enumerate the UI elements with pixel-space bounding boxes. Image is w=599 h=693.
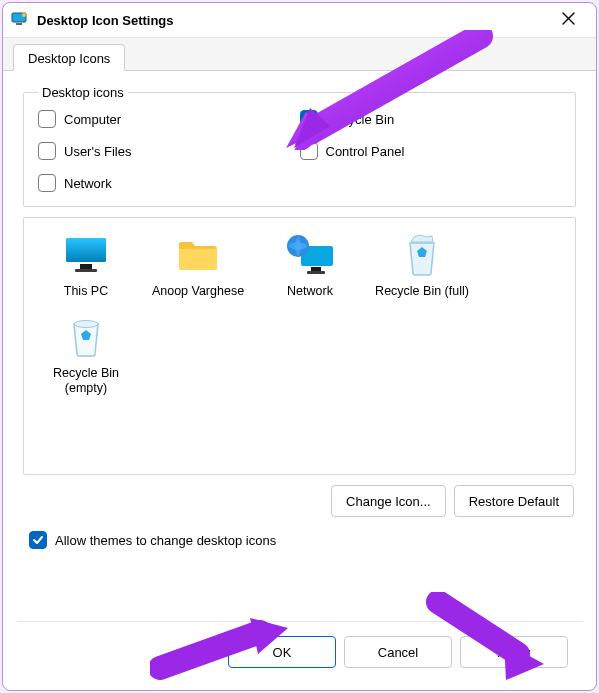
dialog-window: Desktop Icon Settings Desktop Icons Desk…: [2, 2, 597, 691]
content-area: Desktop icons Computer Recycle Bin User'…: [3, 71, 596, 690]
icon-recycle-bin-empty[interactable]: Recycle Bin (empty): [30, 310, 142, 407]
icon-label: Anoop Varghese: [144, 284, 252, 300]
checkbox-network[interactable]: Network: [38, 174, 300, 192]
recycle-full-icon: [403, 233, 441, 280]
ok-button[interactable]: OK: [228, 636, 336, 668]
tab-label: Desktop Icons: [28, 51, 110, 66]
icon-label: Recycle Bin (full): [368, 284, 476, 300]
checkbox-icon: [300, 142, 318, 160]
tab-desktop-icons[interactable]: Desktop Icons: [13, 44, 125, 71]
window-title: Desktop Icon Settings: [37, 13, 548, 28]
checkbox-control-panel[interactable]: Control Panel: [300, 142, 562, 160]
checkbox-users-files[interactable]: User's Files: [38, 142, 300, 160]
icon-this-pc[interactable]: This PC: [30, 228, 142, 310]
folder-icon: [175, 235, 221, 278]
group-legend: Desktop icons: [38, 85, 128, 100]
icon-label: This PC: [32, 284, 140, 300]
close-button[interactable]: [548, 6, 588, 34]
svg-rect-5: [66, 238, 106, 262]
network-icon: [285, 234, 335, 279]
checkbox-icon: [38, 110, 56, 128]
svg-rect-10: [307, 271, 325, 274]
checkbox-label: Control Panel: [326, 144, 405, 159]
tab-bar: Desktop Icons: [3, 37, 596, 71]
apply-button[interactable]: Apply: [460, 636, 568, 668]
change-icon-button[interactable]: Change Icon...: [331, 485, 446, 517]
svg-rect-2: [16, 23, 22, 25]
svg-rect-7: [75, 269, 97, 272]
checkbox-label: Allow themes to change desktop icons: [55, 533, 276, 548]
svg-point-12: [74, 321, 98, 328]
checkbox-label: Network: [64, 176, 112, 191]
close-icon: [562, 12, 575, 28]
checkbox-icon: [29, 531, 47, 549]
svg-rect-6: [80, 264, 92, 269]
checkbox-label: Computer: [64, 112, 121, 127]
icon-buttons-row: Change Icon... Restore Default: [17, 475, 582, 521]
icon-network[interactable]: Network: [254, 228, 366, 310]
desktop-icons-group: Desktop icons Computer Recycle Bin User'…: [23, 85, 576, 207]
icon-label: Recycle Bin (empty): [32, 366, 140, 397]
checkbox-icon: [38, 174, 56, 192]
icon-user-folder[interactable]: Anoop Varghese: [142, 228, 254, 310]
monitor-icon: [63, 235, 109, 278]
icon-preview-box: This PC Anoop Varghese: [23, 217, 576, 475]
icon-recycle-bin-full[interactable]: Recycle Bin (full): [366, 228, 478, 310]
checkbox-recycle-bin[interactable]: Recycle Bin: [300, 110, 562, 128]
checkbox-label: User's Files: [64, 144, 132, 159]
svg-point-3: [22, 13, 26, 17]
checkbox-allow-themes[interactable]: Allow themes to change desktop icons: [17, 521, 582, 553]
checkbox-label: Recycle Bin: [326, 112, 395, 127]
recycle-empty-icon: [67, 314, 105, 361]
checkbox-icon: [38, 142, 56, 160]
titlebar: Desktop Icon Settings: [3, 3, 596, 37]
checkbox-computer[interactable]: Computer: [38, 110, 300, 128]
dialog-buttons-row: OK Cancel Apply: [17, 621, 582, 682]
icon-label: Network: [256, 284, 364, 300]
cancel-button[interactable]: Cancel: [344, 636, 452, 668]
checkbox-icon: [300, 110, 318, 128]
restore-default-button[interactable]: Restore Default: [454, 485, 574, 517]
svg-rect-9: [311, 267, 321, 271]
app-icon: [11, 10, 29, 31]
